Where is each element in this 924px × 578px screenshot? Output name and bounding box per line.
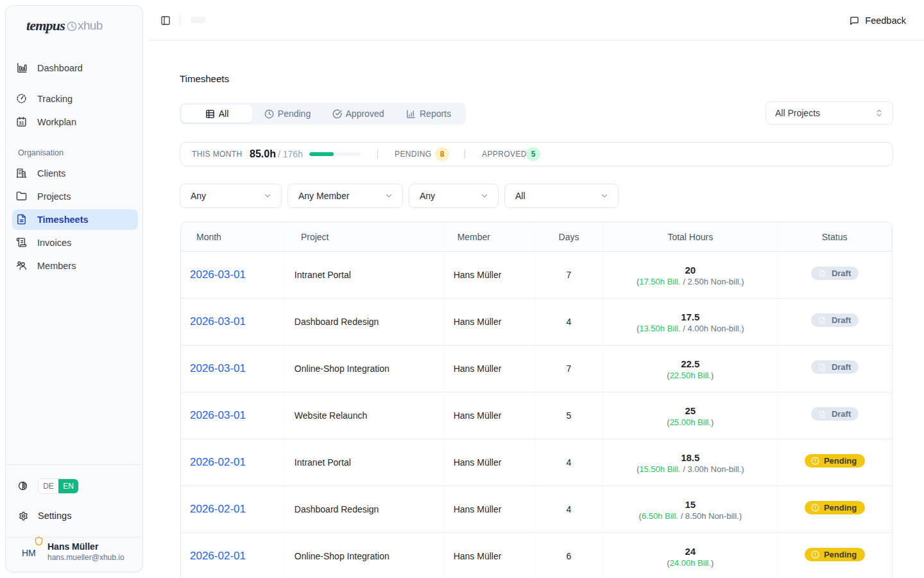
svg-text:31: 31 [19,120,24,125]
